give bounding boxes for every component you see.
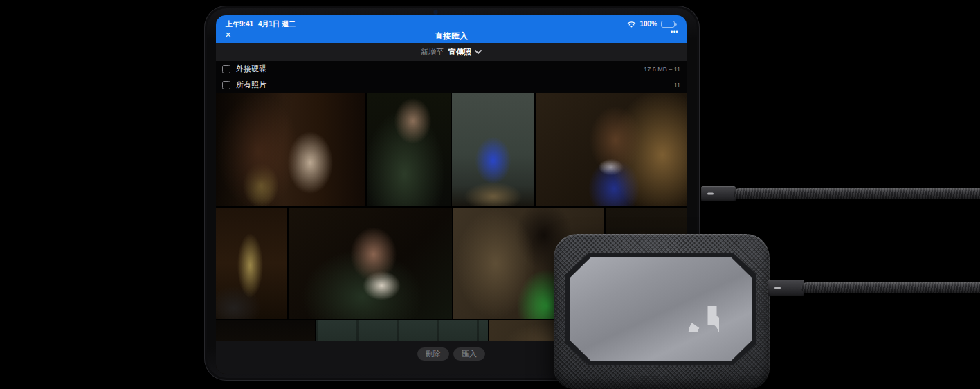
photo-thumbnail-r1p3[interactable] [452,93,534,206]
battery-icon [661,21,677,28]
delete-button[interactable]: 刪除 [417,347,449,361]
ipad-cable-connector [701,186,736,201]
source-row-all-photos[interactable]: 所有照片11 [216,77,687,93]
ipad-usb-cable [734,188,980,199]
header-bar: 上午9:41 4月1日 週二 100% [216,15,687,43]
page-title: 直接匯入 [216,30,687,42]
time-label: 上午9:41 [226,19,253,29]
wifi-icon [627,21,636,28]
checkbox-icon[interactable] [222,81,230,89]
album-name: 宣傳照 [448,47,471,57]
add-to-label: 新增至 [421,47,444,57]
front-camera [434,10,437,14]
source-label: 外接硬碟 [236,64,638,74]
source-detail: 11 [674,82,680,89]
chevron-down-icon [475,50,482,54]
ssd-plate [570,257,752,361]
photo-thumbnail-r2p1[interactable] [216,208,287,319]
ssd-cable-connector [768,280,804,296]
album-selector[interactable]: 宣傳照 [448,47,482,57]
nav-bar: ✕ 直接匯入 ••• [216,29,687,43]
photo-thumbnail-r1p1[interactable] [216,93,365,206]
source-row-external-drive[interactable]: 外接硬碟17.6 MB – 11 [216,61,687,77]
ssd-usb-cable [801,282,980,293]
connector-logo [707,193,714,195]
import-button[interactable]: 匯入 [453,347,485,361]
more-button[interactable]: ••• [671,28,678,35]
source-label: 所有照片 [236,80,669,90]
add-to-bar: 新增至 宣傳照 [216,43,687,61]
source-list: 外接硬碟17.6 MB – 11所有照片11 [216,61,687,93]
status-bar: 上午9:41 4月1日 週二 100% [216,15,687,30]
battery-percent: 100% [639,20,657,28]
photo-thumbnail-r1p4[interactable] [536,93,687,206]
checkbox-icon[interactable] [222,65,230,73]
photo-thumbnail-r1p2[interactable] [367,93,451,206]
connector-logo [774,287,781,289]
photo-thumbnail-r2p2[interactable] [289,208,452,319]
g-logo-icon [675,288,719,332]
date-label: 4月1日 週二 [258,19,296,29]
ssd-device [554,234,770,389]
source-detail: 17.6 MB – 11 [644,66,680,73]
